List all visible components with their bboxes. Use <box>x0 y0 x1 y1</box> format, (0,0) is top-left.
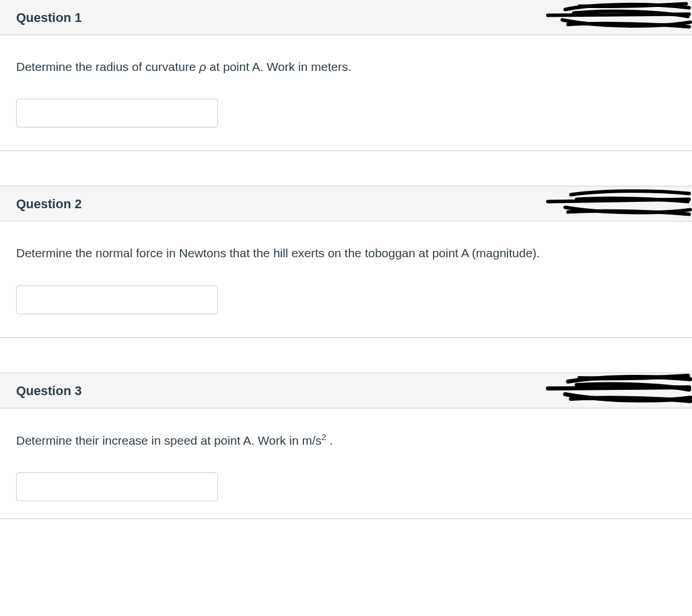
prompt-text-before: Determine the normal force in Newtons th… <box>16 246 540 260</box>
question-block-2: Question 2 Determine the normal force in… <box>0 186 692 337</box>
prompt-italic: ρ <box>199 60 206 73</box>
question-prompt: Determine the normal force in Newtons th… <box>16 245 676 262</box>
redaction-scribble-icon <box>545 372 692 408</box>
question-body: Determine the radius of curvature ρ at p… <box>0 35 692 151</box>
answer-input[interactable] <box>16 472 218 501</box>
question-title: Question 2 <box>16 197 82 211</box>
question-prompt: Determine the radius of curvature ρ at p… <box>16 58 676 76</box>
redaction-scribble-icon <box>545 0 692 36</box>
question-block-3: Question 3 Determine their increase in s… <box>0 373 692 519</box>
question-header: Question 1 <box>0 0 692 35</box>
question-body: Determine their increase in speed at poi… <box>0 408 692 519</box>
question-body: Determine the normal force in Newtons th… <box>0 221 692 337</box>
question-block-1: Question 1 Determine the radius of curva… <box>0 0 692 151</box>
answer-input[interactable] <box>16 286 218 314</box>
question-prompt: Determine their increase in speed at poi… <box>16 431 676 449</box>
prompt-text-before: Determine their increase in speed at poi… <box>16 434 322 447</box>
redaction-scribble-icon <box>545 186 692 222</box>
question-header: Question 3 <box>0 373 692 408</box>
prompt-text-before: Determine the radius of curvature <box>16 60 199 73</box>
question-title: Question 3 <box>16 384 82 398</box>
prompt-superscript: 2 <box>322 433 326 442</box>
prompt-text-after: at point A. Work in meters. <box>206 60 352 73</box>
question-title: Question 1 <box>16 10 82 25</box>
question-header: Question 2 <box>0 186 692 221</box>
prompt-text-after: . <box>326 434 333 447</box>
answer-input[interactable] <box>16 99 218 127</box>
